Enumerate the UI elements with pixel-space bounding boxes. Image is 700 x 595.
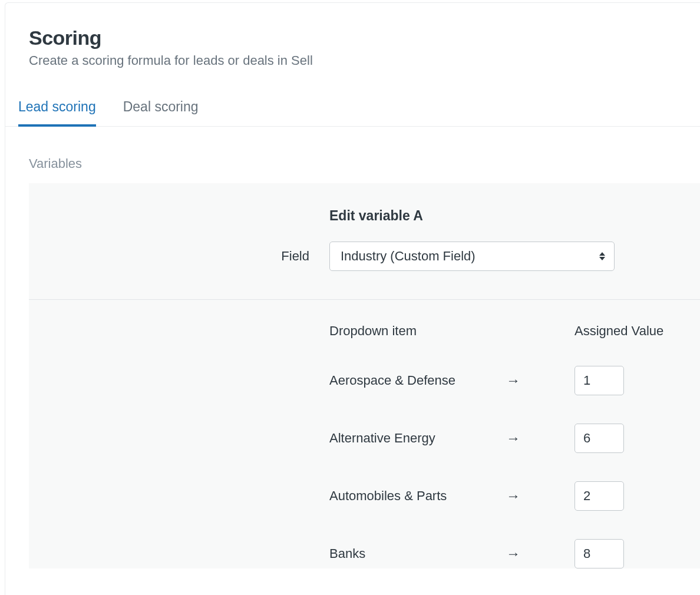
- value-row: Automobiles & Parts →: [52, 481, 700, 511]
- field-label: Field: [52, 249, 329, 264]
- page-title: Scoring: [29, 27, 676, 49]
- assigned-value-input[interactable]: [574, 366, 624, 395]
- page-subtitle: Create a scoring formula for leads or de…: [29, 53, 676, 68]
- section-label-variables: Variables: [29, 156, 700, 171]
- value-row: Banks →: [52, 539, 700, 568]
- field-row: Field Industry (Custom Field): [52, 242, 700, 271]
- table-header: Dropdown item Assigned Value: [52, 323, 700, 339]
- tabs: Lead scoring Deal scoring: [5, 95, 700, 127]
- assigned-value-input[interactable]: [574, 539, 624, 568]
- tab-deal-scoring[interactable]: Deal scoring: [123, 95, 199, 127]
- dropdown-item-label: Banks: [329, 546, 506, 561]
- assigned-value-input[interactable]: [574, 424, 624, 453]
- arrow-right-icon: →: [506, 372, 541, 389]
- dropdown-item-label: Aerospace & Defense: [329, 373, 506, 388]
- page-header: Scoring Create a scoring formula for lea…: [5, 27, 700, 68]
- settings-page: Scoring Create a scoring formula for lea…: [5, 2, 700, 595]
- column-header-value: Assigned Value: [574, 323, 663, 339]
- variable-title: Edit variable A: [329, 208, 700, 224]
- column-header-item: Dropdown item: [329, 323, 541, 339]
- arrow-right-icon: →: [506, 430, 541, 447]
- value-row: Alternative Energy →: [52, 424, 700, 453]
- arrow-right-icon: →: [506, 488, 541, 504]
- dropdown-item-label: Alternative Energy: [329, 431, 506, 446]
- field-select[interactable]: Industry (Custom Field): [329, 242, 615, 271]
- variable-panel: Edit variable A Field Industry (Custom F…: [29, 183, 700, 568]
- value-row: Aerospace & Defense →: [52, 366, 700, 395]
- content: Variables Edit variable A Field Industry…: [5, 156, 700, 568]
- value-mapping-area: Dropdown item Assigned Value Aerospace &…: [29, 300, 700, 568]
- tab-lead-scoring[interactable]: Lead scoring: [18, 95, 96, 127]
- assigned-value-input[interactable]: [574, 481, 624, 511]
- dropdown-item-label: Automobiles & Parts: [329, 488, 506, 504]
- arrow-right-icon: →: [506, 546, 541, 562]
- field-select-value: Industry (Custom Field): [341, 249, 476, 264]
- field-select-wrap: Industry (Custom Field): [329, 242, 615, 271]
